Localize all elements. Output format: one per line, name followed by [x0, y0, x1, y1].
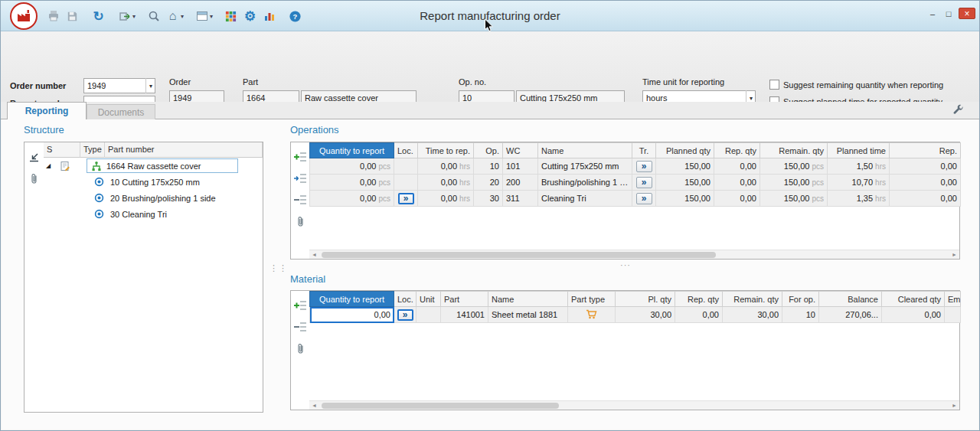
col-quantity-to-report[interactable]: Quantity to report — [310, 292, 394, 307]
paperclip-icon[interactable] — [293, 215, 307, 227]
cell-cleared-qty[interactable]: 0,00 — [882, 307, 945, 323]
cell-remain-qty[interactable]: 30,00 — [723, 307, 782, 323]
settings-gear-icon[interactable]: ⚙ — [240, 7, 260, 25]
cell-planned-qty[interactable]: 150,00 — [656, 158, 714, 175]
cell-op[interactable]: 20 — [474, 175, 503, 191]
chart-icon[interactable] — [260, 7, 279, 25]
cell-loc[interactable] — [394, 175, 418, 191]
paperclip-icon[interactable] — [293, 342, 307, 354]
cell-planned-qty[interactable]: 150,00 — [656, 191, 714, 207]
remove-row-icon[interactable] — [293, 194, 307, 206]
col-unit[interactable]: Unit — [416, 292, 441, 307]
cell-qty-to-report[interactable]: 0,00pcs — [310, 158, 394, 175]
refresh-icon[interactable]: ↻ — [89, 7, 108, 25]
cell-wc[interactable]: 200 — [503, 175, 538, 191]
scrollbar-thumb[interactable] — [322, 252, 716, 258]
cell-balance[interactable]: 270,06... — [819, 307, 882, 323]
cell-part[interactable]: 141001 — [441, 307, 488, 323]
cell-rep[interactable]: 0,00 — [890, 191, 961, 207]
close-button[interactable]: × — [959, 8, 975, 19]
operations-row[interactable]: 0,00pcs 0,00hrs 20 200 Brushing/polishin… — [310, 175, 961, 191]
col-loc[interactable]: Loc. — [394, 143, 418, 158]
cell-time-to-rep[interactable]: 0,00hrs — [418, 191, 474, 207]
selected-row-highlight[interactable]: 1664 Raw cassette cover — [87, 158, 238, 173]
export-icon[interactable] — [115, 7, 134, 25]
operations-row[interactable]: 0,00pcs 0,00hrs 10 101 Cutting 175x250 m… — [310, 158, 961, 175]
cell-rep-qty[interactable]: 0,00 — [675, 307, 723, 323]
cell-tr[interactable]: » — [632, 191, 656, 207]
cell-pl-qty[interactable]: 30,00 — [616, 307, 675, 323]
cell-planned-time[interactable]: 10,70hrs — [828, 175, 890, 191]
col-part[interactable]: Part — [441, 292, 488, 307]
cell-loc[interactable]: » — [394, 191, 418, 207]
col-s[interactable]: S — [44, 142, 80, 158]
col-name[interactable]: Name — [488, 292, 568, 307]
cell-rep-qty[interactable]: 0,00 — [714, 158, 760, 175]
horizontal-scrollbar[interactable]: ◄ ► — [309, 250, 959, 259]
cell-tr[interactable]: » — [632, 175, 656, 191]
home-icon[interactable]: ⌂ — [163, 7, 182, 25]
col-for-op[interactable]: For op. — [782, 292, 819, 307]
col-remain-qty[interactable]: Remain. qty — [760, 143, 828, 158]
cell-remain-qty[interactable]: 150,00pcs — [760, 158, 828, 175]
col-quantity-to-report[interactable]: Quantity to report — [310, 143, 394, 158]
minimize-button[interactable]: – — [926, 8, 939, 19]
cell-time-to-rep[interactable]: 0,00hrs — [418, 158, 474, 175]
col-rep-qty[interactable]: Rep. qty — [714, 143, 760, 158]
structure-row-root[interactable]: ◢ 1664 Raw cassette cover — [44, 158, 263, 174]
col-time-to-rep[interactable]: Time to rep. — [418, 143, 474, 158]
col-op[interactable]: Op. — [474, 143, 503, 158]
cell-part-type[interactable] — [568, 307, 616, 323]
cell-time-to-rep[interactable]: 0,00hrs — [418, 175, 474, 191]
col-type[interactable]: Type — [80, 142, 105, 158]
cell-planned-time[interactable]: 1,35hrs — [828, 191, 890, 207]
cell-planned-qty[interactable]: 150,00 — [656, 175, 714, 191]
scroll-left-icon[interactable]: ◄ — [309, 250, 319, 259]
window-list-caret-icon[interactable]: ▾ — [210, 13, 213, 20]
col-part-number[interactable]: Part number — [105, 142, 263, 158]
checkbox-box[interactable]: ✓ — [769, 80, 779, 90]
horizontal-splitter[interactable]: ··· — [620, 260, 631, 269]
maximize-button[interactable]: □ — [942, 8, 956, 19]
cell-qty-to-report[interactable]: 0,00pcs — [310, 175, 394, 191]
cell-rep[interactable]: 0,00 — [890, 158, 961, 175]
cell-name[interactable]: Sheet metal 1881 — [488, 307, 568, 323]
tab-reporting[interactable]: Reporting — [7, 102, 87, 119]
cell-wc[interactable]: 311 — [503, 191, 538, 207]
cell-qty-to-report[interactable]: 0,00pcs — [310, 191, 394, 207]
operations-row[interactable]: 0,00pcs » 0,00hrs 30 311 Cleaning Tri » … — [310, 191, 961, 207]
search-icon[interactable] — [144, 7, 163, 25]
app-logo[interactable] — [10, 2, 38, 30]
tab-documents[interactable]: Documents — [87, 104, 155, 119]
scroll-right-icon[interactable]: ► — [949, 401, 959, 410]
col-wc[interactable]: WC — [503, 143, 538, 158]
cell-loc[interactable] — [394, 158, 418, 175]
scroll-right-icon[interactable]: ► — [949, 250, 959, 259]
order-number-caret-icon[interactable]: ▾ — [145, 78, 155, 93]
col-tr[interactable]: Tr. — [632, 143, 656, 158]
cell-op[interactable]: 10 — [474, 158, 503, 175]
save-icon[interactable] — [63, 7, 82, 25]
add-row-icon[interactable] — [293, 151, 307, 163]
window-list-icon[interactable] — [192, 7, 211, 25]
cell-remain-qty[interactable]: 150,00pcs — [760, 191, 828, 207]
structure-row-operation[interactable]: 10 Cutting 175x250 mm — [44, 174, 263, 190]
collapse-all-icon[interactable] — [27, 151, 41, 163]
cell-rep-qty[interactable]: 0,00 — [714, 191, 760, 207]
cell-rep-qty[interactable]: 0,00 — [714, 175, 760, 191]
add-row-icon[interactable] — [293, 299, 307, 312]
tree-expander-icon[interactable]: ◢ — [46, 162, 56, 169]
cell-remain-qty[interactable]: 150,00pcs — [760, 175, 828, 191]
col-pl-qty[interactable]: Pl. qty — [616, 292, 675, 307]
export-caret-icon[interactable]: ▾ — [132, 13, 136, 20]
home-caret-icon[interactable]: ▾ — [181, 13, 184, 20]
paperclip-icon[interactable] — [27, 172, 41, 184]
col-part-type[interactable]: Part type — [568, 292, 616, 307]
order-number-combobox[interactable]: 1949 ▾ — [83, 78, 155, 93]
transfer-button[interactable]: » — [636, 177, 652, 188]
print-icon[interactable] — [44, 7, 63, 25]
help-icon[interactable]: ? — [286, 7, 305, 25]
transfer-button[interactable]: » — [636, 193, 652, 204]
material-row[interactable]: 0,00 » 141001 Sheet metal 1881 30,00 0,0… — [310, 307, 961, 323]
col-planned-qty[interactable]: Planned qty — [656, 143, 714, 158]
